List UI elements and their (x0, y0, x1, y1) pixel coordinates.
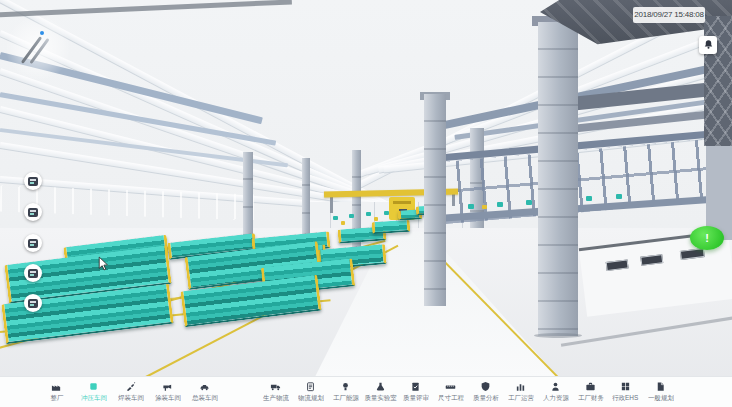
bell-icon (703, 36, 714, 54)
toolbar-item-label: 焊装车间 (118, 393, 144, 402)
panel-toggle-button[interactable] (24, 264, 42, 282)
toolbar-item-label: 一般规划 (648, 393, 674, 402)
toolbar-item-label: 工厂财务 (578, 393, 604, 402)
toolbar-item-label: 质量分析 (473, 393, 499, 402)
rack-item (586, 196, 592, 201)
steel-column (538, 22, 578, 336)
panel-toggle-button[interactable] (24, 234, 42, 252)
dashboard-icon (28, 208, 38, 217)
chart-icon (515, 381, 526, 392)
assembly-icon (199, 381, 210, 392)
ceiling-edge-beam (0, 0, 292, 18)
far-equipment (349, 214, 354, 218)
toolbar-item-factory-operations[interactable]: 工厂运营 (503, 381, 538, 403)
dashboard-icon (28, 269, 38, 278)
toolbar-item-general-planning[interactable]: 一般规划 (643, 381, 678, 403)
user-bell-button[interactable] (699, 36, 717, 54)
document-icon (655, 381, 666, 392)
rack-item (482, 205, 487, 209)
clipboard-icon (305, 381, 316, 392)
truck-icon (270, 381, 281, 392)
toolbar-item-logistics-planning[interactable]: 物流规划 (293, 381, 328, 403)
panel-toggle-button[interactable] (24, 203, 42, 221)
toolbar-item-admin-ehs[interactable]: 行政EHS (608, 381, 643, 403)
function-tabs: 生产物流 物流规划 工厂能源 质量实验室 质量评审 尺寸工程 质量分析 工厂运 (258, 381, 678, 403)
rack-item (468, 204, 474, 209)
person-icon (550, 381, 561, 392)
toolbar-item-paint-shop[interactable]: 涂装车间 (149, 381, 186, 403)
rack-item (497, 202, 503, 207)
grid-icon (620, 381, 631, 392)
far-equipment (333, 216, 338, 220)
toolbar-item-label: 冲压车间 (81, 393, 107, 402)
toolbar-item-label: 工厂能源 (333, 393, 359, 402)
factory-icon (51, 381, 62, 392)
compass-glow (6, 16, 70, 80)
alert-marker-label: ! (705, 232, 709, 244)
far-equipment (384, 211, 389, 215)
dashboard-icon (28, 299, 38, 308)
toolbar-item-label: 尺寸工程 (438, 393, 464, 402)
cabin-window (606, 259, 629, 271)
timestamp: 2018/09/27 15:48:08 (633, 7, 705, 23)
toolbar-item-factory-energy[interactable]: 工厂能源 (328, 381, 363, 403)
toolbar-item-welding-shop[interactable]: 焊装车间 (112, 381, 149, 403)
workshop-tabs: 整厂 冲压车间 焊装车间 涂装车间 总装车间 (38, 381, 223, 403)
alert-marker[interactable]: ! (690, 226, 724, 250)
toolbar-item-label: 人力资源 (543, 393, 569, 402)
dashboard-icon (28, 177, 38, 186)
toolbar-item-label: 质量实验室 (364, 393, 396, 402)
crane-post (330, 196, 333, 213)
cabin-window (640, 254, 663, 266)
panel-toggle-button[interactable] (24, 172, 42, 190)
toolbar-item-label: 总装车间 (192, 393, 218, 402)
far-equipment (366, 212, 371, 216)
panel-toggle-button[interactable] (24, 294, 42, 312)
steel-column (424, 94, 446, 306)
stamping-icon (88, 381, 99, 392)
bottom-toolbar: 整厂 冲压车间 焊装车间 涂装车间 总装车间 生产物流 物流规划 (0, 376, 732, 407)
3d-viewport[interactable]: ! (0, 0, 732, 407)
toolbar-item-label: 行政EHS (612, 393, 638, 402)
toolbar-item-human-resources[interactable]: 人力资源 (538, 381, 573, 403)
toolbar-item-quality-review[interactable]: 质量评审 (398, 381, 433, 403)
toolbar-item-label: 整厂 (50, 393, 63, 402)
flask-icon (375, 381, 386, 392)
dashboard-icon (28, 239, 38, 248)
toolbar-item-factory-finance[interactable]: 工厂财务 (573, 381, 608, 403)
toolbar-item-label: 生产物流 (263, 393, 289, 402)
paint-icon (162, 381, 173, 392)
doc-check-icon (410, 381, 421, 392)
rack-item (616, 194, 622, 199)
toolbar-item-quality-analysis[interactable]: 质量分析 (468, 381, 503, 403)
compass-dot (40, 31, 44, 35)
column-base-shadow (534, 333, 582, 338)
toolbar-item-label: 物流规划 (298, 393, 324, 402)
toolbar-item-label: 质量评审 (403, 393, 429, 402)
ruler-icon (445, 381, 456, 392)
toolbar-item-whole-plant[interactable]: 整厂 (38, 381, 75, 403)
toolbar-item-quality-lab[interactable]: 质量实验室 (363, 381, 398, 403)
cabin-window (680, 248, 705, 260)
toolbar-item-assembly-shop[interactable]: 总装车间 (186, 381, 223, 403)
die-stack (372, 220, 411, 234)
welding-icon (125, 381, 136, 392)
briefcase-icon (585, 381, 596, 392)
toolbar-item-dimensional-engineering[interactable]: 尺寸工程 (433, 381, 468, 403)
toolbar-item-production-logistics[interactable]: 生产物流 (258, 381, 293, 403)
bulb-icon (340, 381, 351, 392)
rack-item (526, 200, 532, 205)
far-equipment (341, 221, 345, 225)
toolbar-item-label: 涂装车间 (155, 393, 181, 402)
shield-icon (480, 381, 491, 392)
toolbar-item-stamping-shop[interactable]: 冲压车间 (75, 381, 112, 403)
far-equipment (374, 217, 378, 221)
toolbar-item-label: 工厂运营 (508, 393, 534, 402)
